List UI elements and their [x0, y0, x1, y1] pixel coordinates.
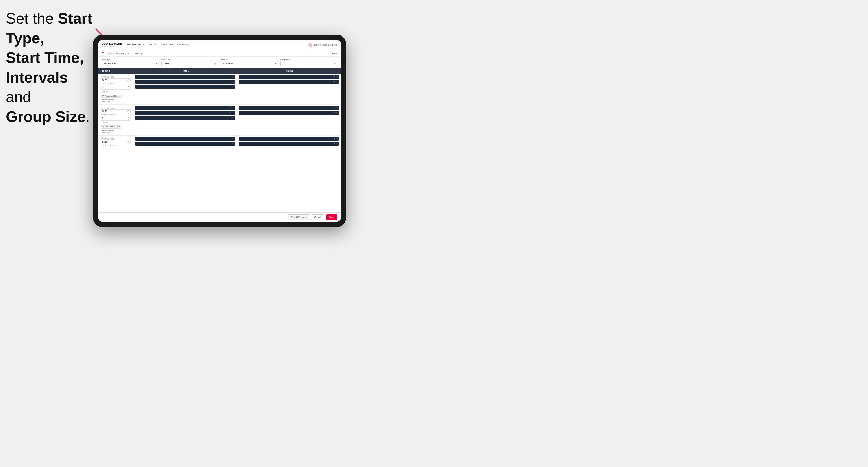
- starting-hole-input-2[interactable]: 1 ▲▼: [101, 116, 130, 121]
- back-button[interactable]: ‹ Back: [331, 52, 337, 55]
- player-slot-2-1: ✕ ⊙: [239, 75, 339, 79]
- course-remove-icon-2[interactable]: ✕: [117, 126, 118, 128]
- breadcrumb-bar: C Clippd Invitational (Mar) › Hosting ‹ …: [98, 50, 341, 57]
- expand-g3-t2-1[interactable]: ⊙: [336, 137, 338, 140]
- course-remove-icon-1[interactable]: ✕: [117, 95, 118, 97]
- starting-time-label-2: STARTING TIME:: [101, 107, 130, 109]
- start-type-select[interactable]: 1st Tee Start ▾: [102, 61, 159, 66]
- group-size-value: 3: [282, 62, 283, 65]
- remove-player-t2-1[interactable]: ✕: [334, 75, 336, 78]
- add-group-link-2[interactable]: + Add Group: [101, 132, 130, 133]
- reset-changes-button[interactable]: Reset Changes: [288, 214, 309, 220]
- expand-player-icon-2[interactable]: ⊙: [232, 81, 234, 83]
- remove-g3-t1-1[interactable]: ✕: [230, 137, 232, 140]
- start-type-value: 1st Tee Start: [104, 62, 116, 65]
- start-time-label: Start Time: [161, 58, 219, 61]
- player-slot-g2-2-2: ✕ ⊙: [239, 111, 339, 115]
- team1-col-3: ✕ ⊙ ✕ ⊙: [133, 135, 237, 149]
- expand-g3-t2-2[interactable]: ⊙: [336, 143, 338, 145]
- team1-col-2: ✕ ⊙ ✕ ⊙ ✕ ⊙: [133, 105, 237, 135]
- instruction-text: Set the Start Type, Start Time, Interval…: [6, 9, 96, 127]
- tee-time-col-2: STARTING TIME: 10:10 ⏱ STARTING HOLE: 1 …: [98, 105, 133, 135]
- player-slot-g3-1-1: ✕ ⊙: [135, 137, 235, 141]
- remove-g2-t1-1[interactable]: ✕: [230, 107, 232, 109]
- nav-bar: SCOREBOARD Powered by clipp.io TOURNAMEN…: [98, 40, 341, 50]
- course-expand-icon-1[interactable]: ▾: [119, 95, 120, 97]
- bold-start-time: Start Time,: [6, 49, 84, 66]
- bold-start-type: Start Type,: [6, 10, 92, 46]
- expand-g3-t1-2[interactable]: ⊙: [232, 143, 234, 145]
- tournament-name[interactable]: Clippd Invitational (Mar): [106, 52, 130, 55]
- remove-g2-t2-2[interactable]: ✕: [334, 112, 336, 114]
- course-icon-2: 🏌: [102, 126, 104, 128]
- breadcrumb: C Clippd Invitational (Mar) › Hosting: [102, 52, 143, 55]
- table-header: Tee Time Team 1 Team 2: [98, 68, 341, 73]
- player-slot-2-2: ✕ ⊙: [239, 80, 339, 84]
- remove-g2-t2-1[interactable]: ✕: [334, 107, 336, 109]
- nav-tab-tournaments[interactable]: TOURNAMENTS: [127, 43, 145, 47]
- clock-icon-3: ⏱: [127, 141, 129, 143]
- remove-g3-t2-1[interactable]: ✕: [334, 137, 336, 140]
- remove-g2-t1-3[interactable]: ✕: [230, 117, 232, 119]
- start-time-select[interactable]: 10:00 🕐: [161, 61, 219, 66]
- expand-g2-t1-3[interactable]: ⊙: [232, 117, 234, 119]
- col-tee-time: Tee Time: [98, 68, 133, 73]
- starting-time-input-1[interactable]: 10:00 ⏱: [101, 78, 130, 82]
- intervals-label: Intervals: [221, 58, 278, 61]
- sign-out-link[interactable]: Sign out: [330, 44, 337, 46]
- group-size-select[interactable]: 3 ▾: [280, 61, 338, 66]
- nav-tab-rankings[interactable]: RANKINGS: [177, 43, 189, 47]
- starting-time-input-3[interactable]: 10:20 ⏱: [101, 140, 130, 144]
- remove-player-icon-2[interactable]: ✕: [230, 81, 232, 83]
- add-group-link-1[interactable]: + Add Group: [101, 101, 130, 103]
- starting-hole-label-3: STARTING HOLE:: [101, 145, 130, 147]
- expand-g2-t1-1[interactable]: ⊙: [232, 107, 234, 109]
- clock-icon-1: ⏱: [127, 79, 129, 81]
- expand-g2-t1-2[interactable]: ⊙: [232, 112, 234, 114]
- expand-player-t2-2[interactable]: ⊙: [336, 81, 338, 83]
- slot-icons-1-1: ✕ ⊙: [230, 75, 234, 78]
- expand-g2-t2-2[interactable]: ⊙: [336, 112, 338, 114]
- starting-time-input-2[interactable]: 10:10 ⏱: [101, 109, 130, 113]
- remove-player-t2-2[interactable]: ✕: [334, 81, 336, 83]
- nav-tab-teams[interactable]: TEAMS: [148, 43, 156, 47]
- col-team1: Team 1: [133, 68, 237, 73]
- expand-player-icon[interactable]: ⊙: [232, 75, 234, 78]
- starting-hole-input-1[interactable]: 1 ▲▼: [101, 85, 130, 90]
- player-slot-g3-1-2: ✕ ⊙: [135, 142, 235, 146]
- nav-right: blair@clippd.io | Sign out: [308, 43, 337, 47]
- stepper-2[interactable]: ▲▼: [128, 117, 129, 120]
- user-email: blair@clippd.io: [313, 44, 327, 46]
- remove-icon-2: ○: [101, 130, 102, 131]
- expand-g2-t2-1[interactable]: ⊙: [336, 107, 338, 109]
- team1-col-1: ✕ ⊙ ✕ ⊙ ✕ ⊙: [133, 73, 237, 104]
- expand-player-icon-3[interactable]: ⊙: [232, 86, 234, 88]
- start-type-field: Start Type 1st Tee Start ▾: [102, 58, 159, 66]
- remove-g3-t1-2[interactable]: ✕: [230, 143, 232, 145]
- player-slot-g2-2-1: ✕ ⊙: [239, 106, 339, 110]
- expand-g3-t1-1[interactable]: ⊙: [232, 137, 234, 140]
- intervals-select[interactable]: 10 Minutes ▾: [221, 61, 278, 66]
- player-slot-g3-2-2: ✕ ⊙: [239, 142, 339, 146]
- expand-player-t2-1[interactable]: ⊙: [336, 75, 338, 78]
- remove-g3-t2-2[interactable]: ✕: [334, 143, 336, 145]
- player-slot-g3-2-1: ✕ ⊙: [239, 137, 339, 141]
- group-size-field: Group Size 3 ▾: [280, 58, 338, 66]
- save-button[interactable]: Save: [326, 214, 337, 220]
- remove-group-link-2[interactable]: ○ Remove Group: [101, 130, 130, 131]
- nav-tab-committee[interactable]: COMMITTEE: [159, 43, 173, 47]
- remove-player-icon[interactable]: ✕: [230, 75, 232, 78]
- slot-icons-1-3: ✕ ⊙: [230, 86, 234, 88]
- cancel-button[interactable]: Cancel: [311, 214, 324, 220]
- starting-hole-label-2: STARTING HOLE:: [101, 114, 130, 116]
- player-slot-1-1: ✕ ⊙: [135, 75, 235, 79]
- remove-player-icon-3[interactable]: ✕: [230, 86, 232, 88]
- tablet-frame: SCOREBOARD Powered by clipp.io TOURNAMEN…: [93, 35, 346, 227]
- team2-col-1: ✕ ⊙ ✕ ⊙: [237, 73, 341, 104]
- remove-g2-t1-2[interactable]: ✕: [230, 112, 232, 114]
- starting-time-label-1: STARTING TIME:: [101, 76, 130, 78]
- group-row-2: STARTING TIME: 10:10 ⏱ STARTING HOLE: 1 …: [98, 105, 341, 135]
- stepper-1[interactable]: ▲▼: [128, 86, 129, 89]
- remove-group-link-1[interactable]: ○ Remove Group: [101, 99, 130, 101]
- course-expand-icon-2[interactable]: ▾: [119, 126, 120, 128]
